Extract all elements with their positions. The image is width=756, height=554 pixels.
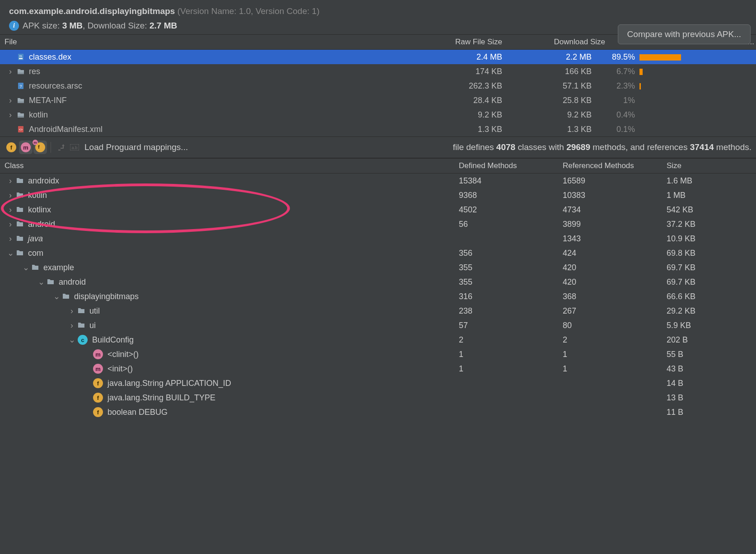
raw-size: 262.3 KB (415, 81, 510, 91)
expand-chevron-icon[interactable]: ⌄ (22, 263, 30, 272)
class-size: 1 MB (664, 191, 756, 200)
class-name: <clinit>() (107, 350, 139, 359)
class-size: 69.7 KB (664, 277, 756, 287)
file-row[interactable]: <>AndroidManifest.xml1.3 KB1.3 KB0.1% (0, 122, 756, 136)
expand-chevron-icon[interactable]: › (6, 205, 14, 215)
defined-methods: 4502 (456, 205, 560, 215)
package-icon (16, 249, 23, 257)
class-row[interactable]: ›android56389937.2 KB (0, 217, 756, 231)
file-name: resources.arsc (29, 81, 82, 91)
package-icon (16, 235, 23, 243)
class-row[interactable]: fboolean DEBUG11 B (0, 405, 756, 419)
referenced-methods: 2 (560, 335, 664, 345)
package-icon (78, 322, 85, 329)
class-row[interactable]: ⌄cBuildConfig22202 B (0, 333, 756, 347)
class-size: 5.9 KB (664, 321, 756, 330)
expand-chevron-icon[interactable]: › (6, 96, 14, 105)
defined-methods: 2 (456, 335, 560, 345)
expand-chevron-icon[interactable]: › (6, 234, 14, 244)
filter-combined-button[interactable]: mf (33, 141, 47, 154)
svg-rect-1 (19, 58, 23, 59)
expand-chevron-icon[interactable]: › (6, 176, 14, 186)
class-name: java.lang.String BUILD_TYPE (107, 393, 215, 403)
defined-methods: 57 (456, 321, 560, 330)
file-row[interactable]: ›res174 KB166 KB6.7% (0, 64, 756, 79)
expand-chevron-icon[interactable]: › (6, 67, 14, 76)
class-name: ui (89, 321, 96, 330)
class-row[interactable]: ›ui57805.9 KB (0, 318, 756, 333)
defined-methods: 15384 (456, 176, 560, 186)
filter-methods-button[interactable]: m (19, 141, 33, 154)
class-row[interactable]: ›kotlin9368103831 MB (0, 188, 756, 202)
class-row[interactable]: ›java134310.9 KB (0, 231, 756, 246)
percent-bar (637, 52, 691, 62)
file-row[interactable]: ›kotlin9.2 KB9.2 KB0.4% (0, 108, 756, 122)
download-size: 1.3 KB (510, 125, 596, 134)
class-row[interactable]: ⌄com35642469.8 KB (0, 246, 756, 260)
expand-chevron-icon[interactable]: › (6, 110, 14, 120)
expand-chevron-icon[interactable]: ⌄ (68, 335, 76, 345)
package-icon (47, 278, 54, 286)
defined-methods: 1 (456, 350, 560, 359)
class-row[interactable]: m<clinit>()1155 B (0, 347, 756, 362)
defined-methods: 56 (456, 220, 560, 229)
percent: 0.1% (596, 125, 637, 134)
file-row[interactable]: ?resources.arsc262.3 KB57.1 KB2.3% (0, 79, 756, 93)
class-name: displayingbitmaps (74, 292, 139, 301)
folder-icon (16, 97, 25, 103)
defined-methods: 1 (456, 364, 560, 374)
class-row[interactable]: ⌄example35542069.7 KB (0, 260, 756, 275)
class-size: 13 B (664, 393, 756, 403)
download-size: 2.2 MB (510, 52, 596, 62)
field-icon: f (93, 378, 103, 388)
load-proguard-button[interactable]: Load Proguard mappings... (84, 142, 188, 152)
file-row[interactable]: 01classes.dex2.4 MB2.2 MB89.5% (0, 50, 756, 64)
class-name: android (59, 277, 86, 287)
info-icon: i (9, 21, 19, 31)
expand-chevron-icon[interactable]: ⌄ (37, 277, 45, 287)
compare-apk-button[interactable]: Compare with previous APK... (618, 24, 751, 44)
expand-chevron-icon[interactable]: › (68, 321, 76, 330)
class-name: android (28, 220, 55, 229)
class-size: 1.6 MB (664, 176, 756, 186)
defined-methods: 355 (456, 263, 560, 272)
package-icon (32, 264, 39, 272)
referenced-methods: 420 (560, 277, 664, 287)
classes-table-header: Class Defined Methods Referenced Methods… (0, 158, 756, 174)
class-row[interactable]: ›util23826729.2 KB (0, 304, 756, 318)
class-row[interactable]: ›kotlinx45024734542 KB (0, 202, 756, 217)
class-row[interactable]: ›androidx15384165891.6 MB (0, 174, 756, 188)
class-row[interactable]: ⌄android35542069.7 KB (0, 275, 756, 289)
tree-up-icon (55, 141, 67, 154)
referenced-methods: 16589 (560, 176, 664, 186)
folder-icon (16, 68, 25, 75)
file-name: AndroidManifest.xml (29, 125, 103, 134)
expand-chevron-icon[interactable]: › (6, 220, 14, 229)
class-size: 66.6 KB (664, 292, 756, 301)
download-size: 166 KB (510, 67, 596, 76)
percent-bar (637, 81, 691, 91)
expand-chevron-icon[interactable]: › (68, 306, 76, 316)
filter-fields-button[interactable]: f (5, 141, 18, 154)
svg-text:?: ? (19, 84, 22, 89)
class-row[interactable]: fjava.lang.String BUILD_TYPE13 B (0, 390, 756, 405)
file-name: META-INF (29, 96, 67, 105)
referenced-methods: 1343 (560, 234, 664, 244)
class-row[interactable]: m<init>()1143 B (0, 362, 756, 376)
percent: 0.4% (596, 110, 637, 120)
file-name: kotlin (29, 110, 48, 120)
class-row[interactable]: ⌄displayingbitmaps31636866.6 KB (0, 289, 756, 304)
expand-chevron-icon[interactable]: ⌄ (6, 248, 14, 258)
raw-size: 28.4 KB (415, 96, 510, 105)
class-row[interactable]: fjava.lang.String APPLICATION_ID14 B (0, 376, 756, 390)
expand-chevron-icon[interactable]: ⌄ (52, 291, 61, 301)
class-size: 14 B (664, 379, 756, 388)
referenced-methods: 3899 (560, 220, 664, 229)
file-name: res (29, 67, 40, 76)
class-name: kotlin (28, 191, 47, 200)
file-row[interactable]: ›META-INF28.4 KB25.8 KB1% (0, 93, 756, 108)
raw-size: 1.3 KB (415, 125, 510, 134)
percent: 6.7% (596, 67, 637, 76)
expand-chevron-icon[interactable]: › (6, 191, 14, 200)
class-size: 542 KB (664, 205, 756, 215)
